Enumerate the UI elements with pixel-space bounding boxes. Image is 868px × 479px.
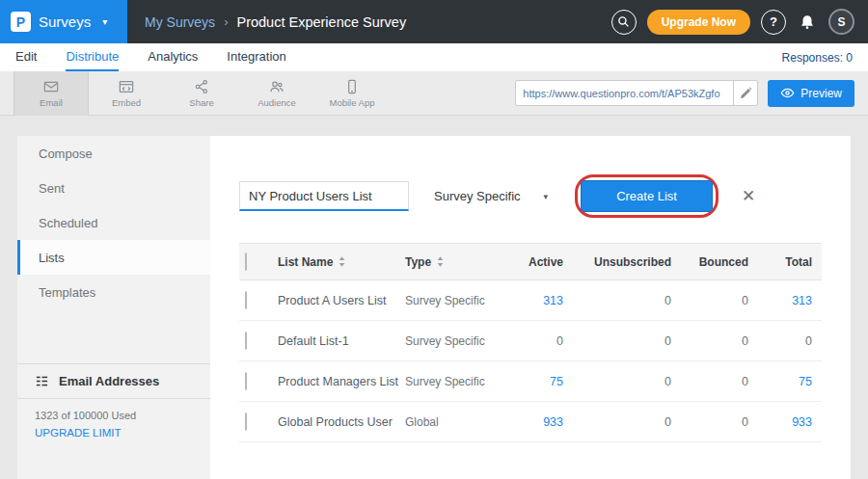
edit-url-button[interactable] bbox=[733, 81, 757, 105]
content-area: Compose Sent Scheduled Lists Templates E… bbox=[0, 116, 868, 479]
bounced-count: 0 bbox=[681, 415, 758, 429]
total-count[interactable]: 75 bbox=[758, 375, 822, 388]
list-type: Global bbox=[405, 415, 509, 429]
channel-label: Email bbox=[40, 97, 63, 108]
list-name-link[interactable]: Product Managers List bbox=[278, 375, 405, 388]
breadcrumb-my-surveys[interactable]: My Surveys bbox=[145, 14, 215, 30]
row-checkbox[interactable] bbox=[245, 332, 247, 350]
list-type: Survey Specific bbox=[405, 334, 509, 348]
list-name-link[interactable]: Product A Users List bbox=[278, 294, 405, 307]
list-type: Survey Specific bbox=[405, 375, 509, 388]
sidebar-item-compose[interactable]: Compose bbox=[17, 136, 210, 171]
create-list-form: Survey Specific ▾ Create List ✕ bbox=[239, 174, 822, 218]
questionpro-logo-icon: P bbox=[11, 12, 31, 32]
sidebar-item-scheduled[interactable]: Scheduled bbox=[17, 205, 210, 240]
list-name-input[interactable] bbox=[239, 181, 409, 211]
email-icon bbox=[43, 79, 59, 94]
tab-integration[interactable]: Integration bbox=[227, 43, 285, 71]
channel-embed[interactable]: Embed bbox=[89, 71, 164, 116]
header-total: Total bbox=[758, 255, 822, 269]
channel-mobile-app[interactable]: Mobile App bbox=[314, 71, 390, 116]
row-checkbox[interactable] bbox=[245, 291, 247, 309]
channel-audience[interactable]: Audience bbox=[239, 71, 314, 116]
lists-table: List Name Type Active Unsubscribed Bounc… bbox=[239, 243, 822, 442]
email-sidebar: Compose Sent Scheduled Lists Templates E… bbox=[17, 136, 210, 479]
tab-edit[interactable]: Edit bbox=[15, 43, 37, 71]
question-mark-icon: ? bbox=[770, 14, 777, 29]
usage-text: 1323 of 100000 Used bbox=[17, 399, 210, 424]
eye-icon bbox=[780, 86, 795, 100]
chevron-down-icon: ▾ bbox=[544, 192, 549, 201]
table-row: Product Managers List Survey Specific 75… bbox=[239, 361, 822, 402]
unsubscribed-count: 0 bbox=[573, 415, 681, 429]
responses-count: Responses: 0 bbox=[782, 43, 853, 71]
survey-url-input[interactable] bbox=[516, 81, 733, 105]
tab-distribute[interactable]: Distribute bbox=[66, 43, 119, 71]
table-header-row: List Name Type Active Unsubscribed Bounc… bbox=[239, 243, 822, 280]
upgrade-now-button[interactable]: Upgrade Now bbox=[647, 10, 750, 35]
preview-button[interactable]: Preview bbox=[768, 80, 854, 107]
channel-label: Audience bbox=[258, 97, 296, 108]
survey-url-group: Preview bbox=[515, 80, 854, 107]
header-list-name[interactable]: List Name bbox=[278, 255, 405, 269]
channel-label: Embed bbox=[112, 97, 141, 108]
section-tabs: Edit Distribute Analytics Integration Re… bbox=[0, 43, 868, 71]
row-checkbox[interactable] bbox=[245, 372, 247, 390]
table-row: Default List-1 Survey Specific 0 0 0 0 bbox=[239, 321, 822, 361]
active-count: 0 bbox=[509, 334, 573, 348]
channel-email[interactable]: Email bbox=[14, 71, 89, 116]
list-name-link[interactable]: Default List-1 bbox=[278, 334, 405, 348]
sidebar-item-lists[interactable]: Lists bbox=[17, 240, 210, 275]
preview-label: Preview bbox=[800, 87, 842, 100]
list-name-link[interactable]: Global Products User bbox=[278, 415, 405, 429]
tab-analytics[interactable]: Analytics bbox=[148, 43, 198, 71]
page-title: Product Experience Survey bbox=[236, 14, 406, 30]
user-avatar[interactable]: S bbox=[828, 9, 854, 35]
search-button[interactable] bbox=[611, 10, 637, 35]
email-addresses-block: Email Addresses 1323 of 100000 Used UPGR… bbox=[17, 363, 210, 441]
active-count[interactable]: 313 bbox=[509, 294, 573, 307]
channel-label: Mobile App bbox=[329, 97, 374, 108]
channel-share[interactable]: Share bbox=[164, 71, 239, 116]
select-all-checkbox[interactable] bbox=[245, 253, 247, 271]
active-count[interactable]: 75 bbox=[509, 375, 573, 388]
total-count[interactable]: 933 bbox=[758, 415, 822, 429]
list-type-value: Survey Specific bbox=[434, 189, 521, 203]
topbar-actions: Upgrade Now ? S bbox=[611, 9, 868, 35]
active-count[interactable]: 933 bbox=[509, 415, 573, 429]
product-switcher[interactable]: P Surveys ▾ bbox=[0, 0, 127, 43]
total-count[interactable]: 313 bbox=[758, 294, 822, 307]
distribute-toolbar: Email Embed Share Audience Mobile App Pr… bbox=[0, 71, 868, 116]
header-active: Active bbox=[509, 255, 573, 269]
audience-icon bbox=[269, 79, 285, 94]
header-type[interactable]: Type bbox=[405, 255, 509, 269]
upgrade-limit-link[interactable]: UPGRADE LIMIT bbox=[17, 424, 210, 441]
notifications-button[interactable] bbox=[797, 12, 818, 33]
help-button[interactable]: ? bbox=[761, 10, 786, 35]
email-addresses-header: Email Addresses bbox=[17, 363, 210, 399]
list-type-select[interactable]: Survey Specific ▾ bbox=[434, 189, 548, 203]
breadcrumb: My Surveys › Product Experience Survey bbox=[145, 14, 406, 30]
share-icon bbox=[194, 79, 209, 94]
top-bar: P Surveys ▾ My Surveys › Product Experie… bbox=[0, 0, 868, 43]
lists-panel: Survey Specific ▾ Create List ✕ List Nam… bbox=[210, 136, 851, 479]
bell-icon bbox=[799, 13, 816, 31]
header-bounced: Bounced bbox=[681, 255, 758, 269]
close-icon[interactable]: ✕ bbox=[742, 186, 755, 206]
unsubscribed-count: 0 bbox=[573, 334, 681, 348]
chevron-down-icon: ▾ bbox=[102, 16, 107, 27]
list-type: Survey Specific bbox=[405, 294, 509, 307]
sidebar-item-sent[interactable]: Sent bbox=[17, 171, 210, 205]
sidebar-item-templates[interactable]: Templates bbox=[17, 275, 210, 309]
sort-icon bbox=[437, 256, 444, 267]
avatar-letter: S bbox=[837, 15, 845, 29]
row-checkbox[interactable] bbox=[245, 412, 247, 431]
email-addresses-title: Email Addresses bbox=[59, 374, 159, 388]
create-list-button[interactable]: Create List bbox=[581, 180, 713, 212]
mobile-icon bbox=[344, 79, 360, 94]
search-icon bbox=[617, 15, 630, 28]
embed-icon bbox=[119, 79, 134, 94]
list-icon bbox=[35, 374, 49, 388]
table-row: Global Products User Global 933 0 0 933 bbox=[239, 402, 822, 442]
channel-label: Share bbox=[189, 97, 213, 108]
